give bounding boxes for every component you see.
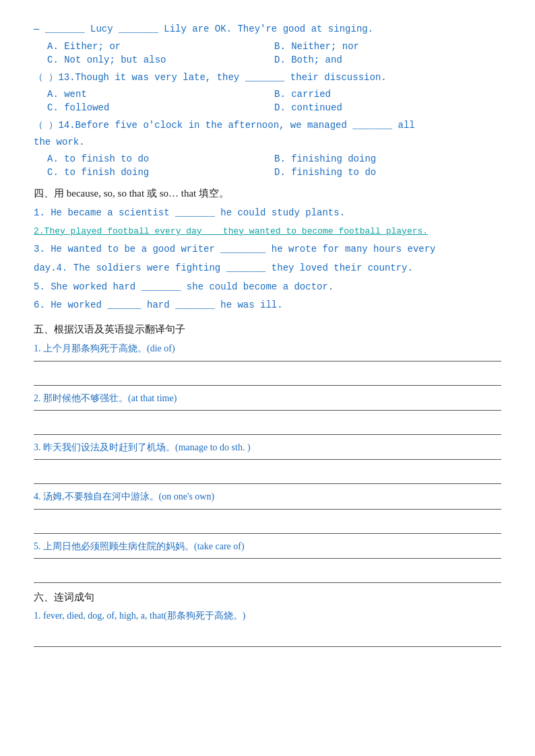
intro-options: A. Either; or B. Neither; nor <box>47 41 501 52</box>
q14-opt-b: B. finishing doing <box>274 153 501 164</box>
translate-item-4-content: 汤姆,不要独自在河中游泳。(on one's own) <box>43 491 214 502</box>
answer-line-3 <box>34 464 501 484</box>
translate-item-1: 1. 上个月那条狗死于高烧。(die of) <box>34 341 501 361</box>
translate-item-3-content: 昨天我们设法及时赶到了机场。(manage to do sth. ) <box>43 442 251 452</box>
section4-item-0: 1. He became a scientist _______ he coul… <box>34 205 501 221</box>
q13-opt-d: D. continued <box>274 102 501 113</box>
answer-line-6 <box>34 627 501 647</box>
section-5: 五、根据汉语及英语提示翻译句子 1. 上个月那条狗死于高烧。(die of) 2… <box>34 323 501 583</box>
q14-stem: （ ）14.Before five o'clock in the afterno… <box>34 117 501 134</box>
q13-options-row2: C. followed D. continued <box>47 102 501 113</box>
intro-opt-a: A. Either; or <box>47 41 274 52</box>
q13-stem: （ ）13.Though it was very late, they ____… <box>34 69 501 86</box>
translate-item-2-num: 2. <box>34 393 41 403</box>
translate-item-5-content: 上周日他必须照顾生病住院的妈妈。(take care of) <box>43 541 245 551</box>
translate-item-1-content: 上个月那条狗死于高烧。(die of) <box>43 343 175 353</box>
translate-item-5-num: 5. <box>34 541 41 551</box>
section4-header: 四、用 because, so, so that 或 so… that 填空。 <box>34 187 501 200</box>
section6-header: 六、连词成句 <box>34 591 501 604</box>
answer-line-2 <box>34 415 501 435</box>
section4-item-4: 5. She worked hard _______ she could bec… <box>34 279 501 296</box>
q13-options-row1: A. went B. carried <box>47 89 501 100</box>
translate-item-1-text: 1. <box>34 343 41 353</box>
section4-item-5: 6. He worked ______ hard _______ he was … <box>34 298 501 314</box>
intro-options-row2: C. Not only; but also D. Both; and <box>47 55 501 65</box>
question-14: （ ）14.Before five o'clock in the afterno… <box>34 117 501 178</box>
q14-opt-d: D. finishing to do <box>274 167 501 178</box>
intro-block: — _______ Lucy _______ Lily are OK. They… <box>34 20 501 65</box>
section4-item-1: 2.They played football every day __ they… <box>34 224 501 239</box>
translate-item-5: 5. 上周日他必须照顾生病住院的妈妈。(take care of) <box>34 539 501 559</box>
translate-item-4-num: 4. <box>34 491 41 502</box>
section4-item-2: 3. He wanted to be a good writer _______… <box>34 242 501 258</box>
translate-item-2-content: 那时候他不够强壮。(at that time) <box>43 393 177 403</box>
q13-opt-c: C. followed <box>47 102 274 113</box>
q14-options-row2: C. to finish doing D. finishing to do <box>47 167 501 178</box>
translate-item-4: 4. 汤姆,不要独自在河中游泳。(on one's own) <box>34 489 501 509</box>
translate-item-2: 2. 那时候他不够强壮。(at that time) <box>34 391 501 411</box>
translate-item-3-num: 3. <box>34 442 41 452</box>
section-4: 四、用 because, so, so that 或 so… that 填空。 … <box>34 187 501 314</box>
word-order-item-1-text: fever, died, dog, of, high, a, that(那条狗死… <box>43 611 245 621</box>
section5-header: 五、根据汉语及英语提示翻译句子 <box>34 323 501 336</box>
answer-line-1 <box>34 366 501 386</box>
q13-opt-a: A. went <box>47 89 274 100</box>
intro-opt-c: C. Not only; but also <box>47 55 274 65</box>
q14-options-row1: A. to finish to do B. finishing doing <box>47 153 501 164</box>
section4-item-3: day.4. The soldiers were fighting ______… <box>34 261 501 277</box>
q14-stem2: the work. <box>34 134 501 151</box>
q14-opt-a: A. to finish to do <box>47 153 274 164</box>
question-13: （ ）13.Though it was very late, they ____… <box>34 69 501 113</box>
word-order-item-1-num: 1. <box>34 611 41 621</box>
answer-line-4 <box>34 514 501 534</box>
translate-item-3: 3. 昨天我们设法及时赶到了机场。(manage to do sth. ) <box>34 440 501 460</box>
section-6: 六、连词成句 1. fever, died, dog, of, high, a,… <box>34 591 501 647</box>
answer-line-5 <box>34 563 501 583</box>
q14-opt-c: C. to finish doing <box>47 167 274 178</box>
intro-line1: — _______ Lucy _______ Lily are OK. They… <box>34 20 501 38</box>
intro-opt-d: D. Both; and <box>274 55 501 65</box>
q13-opt-b: B. carried <box>274 89 501 100</box>
word-order-item-1: 1. fever, died, dog, of, high, a, that(那… <box>34 608 501 624</box>
intro-opt-b: B. Neither; nor <box>274 41 501 52</box>
